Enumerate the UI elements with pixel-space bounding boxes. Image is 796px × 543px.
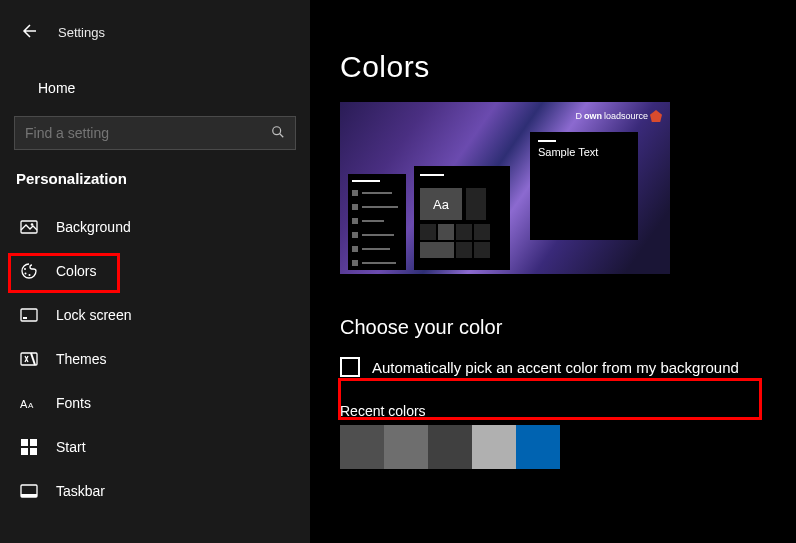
recent-color-swatch[interactable] [428, 425, 472, 469]
svg-rect-6 [21, 309, 37, 321]
back-icon[interactable] [20, 23, 36, 42]
recent-color-swatch[interactable] [472, 425, 516, 469]
nav-lockscreen[interactable]: Lock screen [0, 293, 310, 337]
nav-label: Lock screen [56, 307, 131, 323]
color-preview: Downloadsource Aa Sample Text [340, 102, 670, 274]
svg-rect-14 [30, 448, 37, 455]
nav-themes[interactable]: Themes [0, 337, 310, 381]
recent-color-swatch[interactable] [340, 425, 384, 469]
start-icon [20, 438, 38, 456]
svg-rect-12 [30, 439, 37, 446]
svg-point-3 [24, 268, 26, 270]
lockscreen-icon [20, 306, 38, 324]
preview-sample-text: Sample Text [530, 146, 638, 158]
search-box[interactable] [14, 116, 296, 150]
nav-label: Background [56, 219, 131, 235]
nav-home[interactable]: Home [0, 70, 310, 106]
main-content: Colors Downloadsource Aa Sample [310, 0, 796, 543]
nav-taskbar[interactable]: Taskbar [0, 469, 310, 513]
nav-label: Colors [56, 263, 96, 279]
svg-rect-11 [21, 439, 28, 446]
nav-list: Background Colors Lock screen Themes AA … [0, 205, 310, 513]
choose-color-title: Choose your color [340, 316, 796, 339]
fonts-icon: AA [20, 394, 38, 412]
preview-window: Sample Text [530, 132, 638, 240]
recent-colors [340, 425, 796, 469]
nav-colors[interactable]: Colors [0, 249, 310, 293]
preview-start: Aa [414, 166, 510, 270]
category-title: Personalization [0, 170, 310, 187]
picture-icon [20, 218, 38, 236]
svg-rect-13 [21, 448, 28, 455]
nav-fonts[interactable]: AA Fonts [0, 381, 310, 425]
svg-rect-16 [21, 494, 37, 497]
svg-point-0 [273, 126, 281, 134]
nav-background[interactable]: Background [0, 205, 310, 249]
recent-color-swatch[interactable] [516, 425, 560, 469]
palette-icon [20, 262, 38, 280]
watermark-icon [650, 110, 662, 122]
nav-label: Start [56, 439, 86, 455]
svg-point-5 [29, 274, 31, 276]
page-title: Colors [340, 50, 796, 84]
svg-text:A: A [28, 401, 34, 410]
preview-taskbar [348, 174, 406, 270]
search-icon [271, 125, 285, 142]
preview-aa: Aa [420, 188, 462, 220]
svg-point-4 [25, 273, 27, 275]
svg-text:A: A [20, 398, 28, 410]
nav-label: Fonts [56, 395, 91, 411]
home-label: Home [38, 80, 75, 96]
svg-rect-7 [23, 317, 27, 319]
nav-start[interactable]: Start [0, 425, 310, 469]
auto-pick-label: Automatically pick an accent color from … [372, 359, 739, 376]
svg-point-2 [31, 223, 34, 226]
recent-color-swatch[interactable] [384, 425, 428, 469]
nav-label: Taskbar [56, 483, 105, 499]
themes-icon [20, 350, 38, 368]
recent-colors-title: Recent colors [340, 403, 796, 419]
auto-pick-checkbox[interactable] [340, 357, 360, 377]
search-input[interactable] [25, 125, 245, 141]
auto-pick-row[interactable]: Automatically pick an accent color from … [340, 353, 796, 381]
nav-label: Themes [56, 351, 107, 367]
settings-sidebar: Settings Home Personalization Background… [0, 0, 310, 543]
app-title: Settings [58, 25, 105, 40]
taskbar-icon [20, 482, 38, 500]
preview-watermark: Downloadsource [575, 110, 662, 122]
